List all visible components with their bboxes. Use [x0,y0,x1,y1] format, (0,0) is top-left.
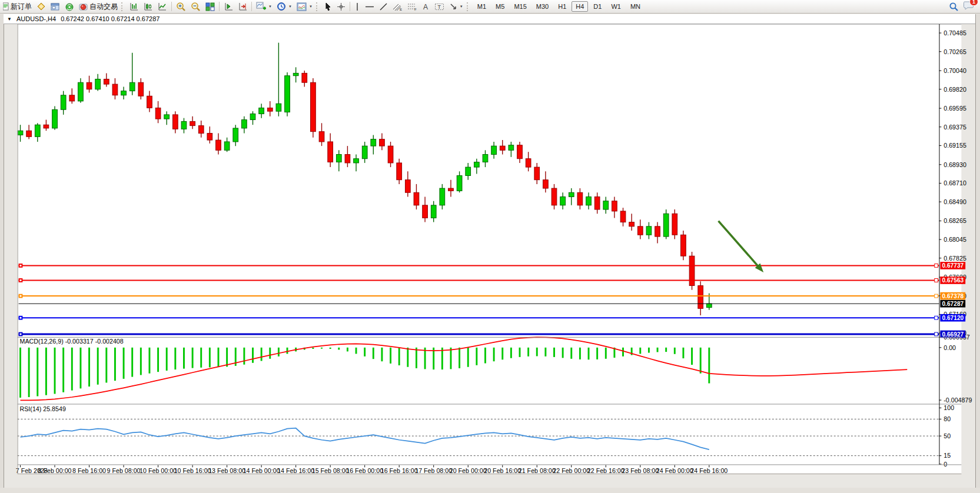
svg-text:22 Feb 16:00: 22 Feb 16:00 [587,467,624,474]
notifications-button[interactable]: 1 [964,1,974,12]
svg-text:14 Feb 16:00: 14 Feb 16:00 [277,467,314,474]
macd-bar [398,348,400,365]
svg-text:50: 50 [944,432,951,439]
timeframe-M15[interactable]: M15 [510,1,530,12]
zoom-out-button[interactable] [188,1,203,12]
search-icon[interactable] [949,2,959,12]
toolbar-separator [171,2,172,11]
macd-bar [639,348,641,354]
line-chart-button[interactable] [155,1,170,12]
macd-bar [192,348,194,368]
svg-text:0.67287: 0.67287 [942,301,964,307]
periods-button[interactable]: ▼ [274,1,294,12]
equidistant-channel-button[interactable]: E [390,1,405,12]
candle-body [276,104,281,111]
trendline-icon [379,2,388,11]
vertical-line-icon [354,2,360,11]
timeframe-H4[interactable]: H4 [572,1,588,12]
timeframe-M30[interactable]: M30 [532,1,553,12]
candle-body [655,226,660,236]
new-order-button[interactable]: 新订单 [1,1,34,12]
svg-text:0.66927: 0.66927 [942,331,964,338]
macd-bar [657,348,659,352]
candle-body [216,140,221,150]
arrows-button[interactable]: ▼ [447,1,466,12]
candlestick-button[interactable] [141,1,155,12]
timeframe-M1[interactable]: M1 [473,1,490,12]
templates-dropdown-caret[interactable]: ▼ [309,5,313,8]
svg-text:23 Feb 08:00: 23 Feb 08:00 [622,467,659,474]
svg-text:E: E [400,8,402,11]
macd-bar [183,348,185,369]
candle-body [181,121,187,129]
svg-text:0.67378: 0.67378 [942,293,964,299]
periods-dropdown-caret[interactable]: ▼ [288,5,292,8]
indicators-button[interactable]: ▼ [254,1,274,12]
svg-text:0.69820: 0.69820 [944,86,966,93]
navigator-button[interactable] [48,1,62,12]
toolbar-right: 1 [949,1,980,12]
candle-body [612,201,617,211]
timeframe-D1[interactable]: D1 [589,1,606,12]
svg-text:0.69155: 0.69155 [944,142,966,149]
timeframe-M5[interactable]: M5 [491,1,509,12]
candle-body [534,167,540,180]
svg-text:F: F [414,8,417,11]
svg-text:0.70265: 0.70265 [944,48,966,55]
macd-bar [131,348,133,377]
chart-ohlc-values: 0.67242 0.67410 0.67214 0.67287 [61,15,160,22]
macd-bar [536,348,538,357]
fibonacci-button[interactable]: F [405,1,420,12]
macd-bar [674,348,676,354]
candle-body [491,146,497,154]
macd-bar [19,348,21,398]
chart-symbol-period: AUDUSD-,H4 [16,15,56,22]
svg-text:A: A [423,3,428,11]
text-label-button[interactable]: T [432,1,447,12]
macd-bar [157,348,159,372]
trendline-button[interactable] [377,1,390,12]
svg-text:80: 80 [944,415,951,422]
auto-scroll-button[interactable] [235,1,250,12]
candle-body [267,108,273,111]
cursor-button[interactable] [322,1,334,12]
chart-shift-button[interactable] [221,1,235,12]
indicators-dropdown-caret[interactable]: ▼ [268,5,272,8]
one-click-trading-expander[interactable]: ▼ [7,16,12,22]
candle-body [569,192,574,196]
zoom-in-button[interactable] [174,1,188,12]
timeframe-W1[interactable]: W1 [607,1,625,12]
macd-bar [407,348,408,367]
indicators-icon [256,2,266,11]
macd-bar [321,348,323,349]
market-watch-button[interactable] [34,1,48,12]
signals-button[interactable] [62,1,77,12]
macd-bar [140,348,142,375]
timeframe-MN[interactable]: MN [626,1,645,12]
candle-body [172,115,178,129]
macd-bar [71,348,73,391]
crosshair-button[interactable] [334,1,348,12]
candle-body [509,145,514,151]
svg-text:0.67563: 0.67563 [942,277,964,284]
svg-text:10 Feb 16:00: 10 Feb 16:00 [174,467,211,474]
timeframe-H1[interactable]: H1 [554,1,570,12]
equidistant-channel-icon: E [393,2,403,11]
templates-button[interactable]: ▼ [294,1,315,12]
horizontal-line-button[interactable] [363,1,377,12]
text-button[interactable]: A [420,1,432,12]
macd-bar [28,348,30,397]
macd-bar [691,348,693,365]
candle-body [328,142,333,162]
candle-body [293,73,298,75]
candle-body [431,205,436,218]
candle-body [560,196,566,205]
arrows-dropdown-caret[interactable]: ▼ [460,5,463,8]
bar-chart-button[interactable] [127,1,141,12]
tile-windows-button[interactable] [203,1,217,12]
chart-canvas[interactable]: 0.704850.702650.700400.698200.695950.693… [0,14,980,493]
chart-header: ▼ AUDUSD-,H4 0.67242 0.67410 0.67214 0.6… [4,14,975,24]
autotrading-button[interactable]: 自动交易 [77,1,120,12]
vertical-line-button[interactable] [352,1,363,12]
candle-body [629,222,634,226]
